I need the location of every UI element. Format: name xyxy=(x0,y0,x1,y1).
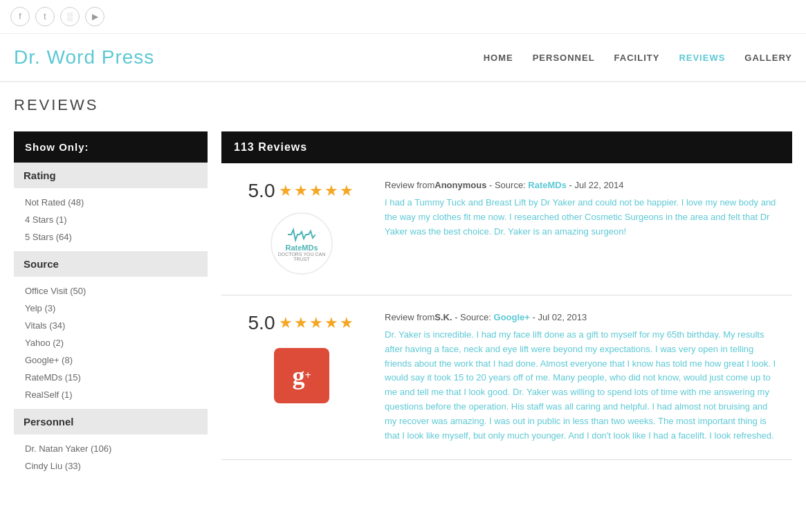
review-card-1: 5.0 ★★★★★ RateMDs DOCTORS YOU CAN TRUST xyxy=(221,163,792,295)
filter-dr-yaker[interactable]: Dr. Natan Yaker (106) xyxy=(14,440,208,457)
rating-items: Not Rated (48) 4 Stars (1) 5 Stars (64) xyxy=(14,188,208,251)
score-number-2: 5.0 xyxy=(248,312,275,334)
social-bar: f t ░ ▶ xyxy=(0,0,806,34)
filter-yahoo[interactable]: Yahoo (2) xyxy=(14,334,208,351)
reviews-count-header: 113 Reviews xyxy=(221,131,792,163)
main-layout: Show Only: Rating Not Rated (48) 4 Stars… xyxy=(0,131,806,494)
review-left-2: 5.0 ★★★★★ g+ xyxy=(232,312,371,443)
nav-reviews[interactable]: REVIEWS xyxy=(679,53,725,63)
review-score-1: 5.0 ★★★★★ xyxy=(248,180,356,202)
filter-googleplus[interactable]: Google+ (8) xyxy=(14,351,208,369)
sidebar-section-rating: Rating xyxy=(14,163,208,188)
score-number-1: 5.0 xyxy=(248,180,275,202)
review-right-2: Review fromS.K. - Source: Google+ - Jul … xyxy=(385,312,781,443)
source-items: Office Visit (50) Yelp (3) Vitals (34) Y… xyxy=(14,277,208,409)
sidebar-section-personnel: Personnel xyxy=(14,409,208,434)
page-title: REVIEWS xyxy=(14,96,792,114)
filter-ratemds[interactable]: RateMDs (15) xyxy=(14,369,208,386)
filter-yelp[interactable]: Yelp (3) xyxy=(14,300,208,317)
stars-1: ★★★★★ xyxy=(279,182,355,200)
ratemds-tagline: DOCTORS YOU CAN TRUST xyxy=(272,252,331,262)
ratemds-logo-circle: RateMDs DOCTORS YOU CAN TRUST xyxy=(271,212,333,275)
source-link-1[interactable]: RateMDs xyxy=(528,180,567,190)
review-left-1: 5.0 ★★★★★ RateMDs DOCTORS YOU CAN TRUST xyxy=(232,180,371,278)
filter-5-stars[interactable]: 5 Stars (64) xyxy=(14,228,208,246)
googleplus-logo: g+ xyxy=(267,341,336,410)
stars-2: ★★★★★ xyxy=(279,314,355,332)
filter-4-stars[interactable]: 4 Stars (1) xyxy=(14,211,208,228)
ratemds-logo: RateMDs DOCTORS YOU CAN TRUST xyxy=(267,209,336,278)
review-text-1: I had a Tummy Tuck and Breast Lift by Dr… xyxy=(385,196,781,239)
reviews-content: 113 Reviews 5.0 ★★★★★ RateMDs DOCTOR xyxy=(221,131,792,480)
ratemds-waveform-icon xyxy=(288,226,315,244)
site-title: Dr. Word Press xyxy=(14,46,154,68)
review-meta-1: Review fromAnonymous - Source: RateMDs -… xyxy=(385,180,781,190)
nav-gallery[interactable]: GALLERY xyxy=(744,53,792,63)
sidebar-header: Show Only: xyxy=(14,131,208,163)
header: Dr. Word Press HOME PERSONNEL FACILITY R… xyxy=(0,34,806,82)
facebook-icon[interactable]: f xyxy=(10,7,30,26)
nav-personnel[interactable]: PERSONNEL xyxy=(533,53,595,63)
filter-office-visit[interactable]: Office Visit (50) xyxy=(14,282,208,300)
nav-home[interactable]: HOME xyxy=(484,53,513,63)
youtube-icon[interactable]: ▶ xyxy=(85,7,104,26)
source-link-2[interactable]: Google+ xyxy=(494,312,530,322)
nav-facility[interactable]: FACILITY xyxy=(614,53,660,63)
review-text-2: Dr. Yaker is incredible. I had my face l… xyxy=(385,328,781,443)
ratemds-brand-text: RateMDs xyxy=(285,244,318,252)
filter-not-rated[interactable]: Not Rated (48) xyxy=(14,194,208,211)
main-nav: HOME PERSONNEL FACILITY REVIEWS GALLERY xyxy=(484,53,792,63)
filter-realself[interactable]: RealSelf (1) xyxy=(14,386,208,403)
filter-vitals[interactable]: Vitals (34) xyxy=(14,317,208,334)
sidebar-section-source: Source xyxy=(14,251,208,277)
sidebar: Show Only: Rating Not Rated (48) 4 Stars… xyxy=(14,131,208,480)
instagram-icon[interactable]: ░ xyxy=(60,7,80,26)
review-card-2: 5.0 ★★★★★ g+ Review fromS.K. - Source: G… xyxy=(221,295,792,460)
personnel-items: Dr. Natan Yaker (106) Cindy Liu (33) xyxy=(14,434,208,480)
review-meta-2: Review fromS.K. - Source: Google+ - Jul … xyxy=(385,312,781,322)
gplus-logo-box: g+ xyxy=(274,348,329,403)
page-section: REVIEWS xyxy=(0,82,806,131)
review-score-2: 5.0 ★★★★★ xyxy=(248,312,356,334)
filter-cindy-liu[interactable]: Cindy Liu (33) xyxy=(14,457,208,475)
review-right-1: Review fromAnonymous - Source: RateMDs -… xyxy=(385,180,781,278)
twitter-icon[interactable]: t xyxy=(35,7,55,26)
